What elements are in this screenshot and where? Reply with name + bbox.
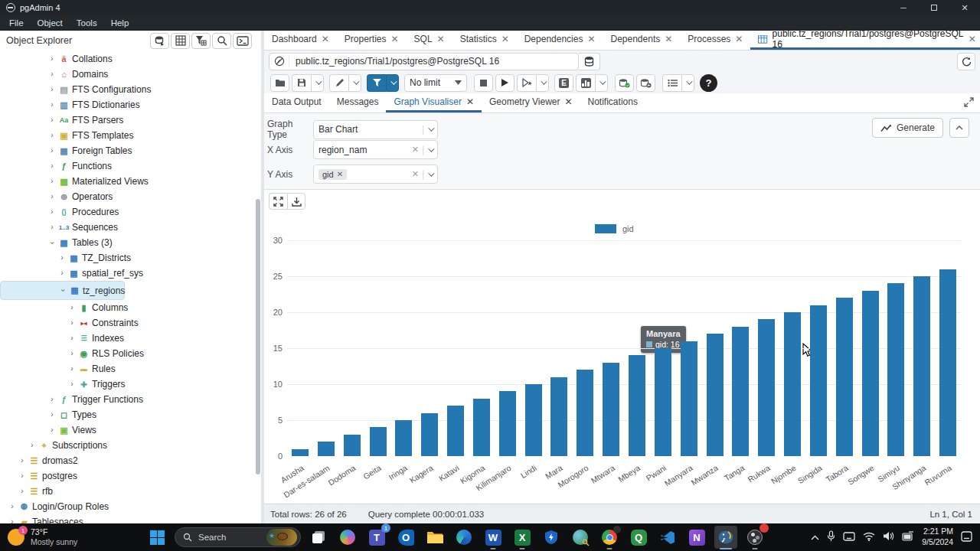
search-box[interactable]: Search ★ [175,527,301,547]
chevron-right-icon[interactable]: › [47,207,57,216]
x-axis-clear-icon[interactable]: ✕ [412,145,419,155]
tree-item-triggers[interactable]: ›✚Triggers [0,377,255,392]
copilot-icon[interactable] [336,526,359,549]
filter-table-icon[interactable] [191,33,211,49]
collapse-controls-button[interactable] [949,118,969,138]
x-axis-select[interactable]: region_nam ✕ | [313,140,438,159]
tree-item-views[interactable]: ›▣Views [0,422,255,438]
bar-dar-es-salaam[interactable] [318,442,335,456]
bar-shinyanga[interactable] [913,276,930,456]
bar-arusha[interactable] [292,449,309,456]
bar-katavi[interactable] [447,406,464,456]
chevron-right-icon[interactable]: › [67,303,77,311]
bar-songwe[interactable] [862,291,879,456]
y-axis-select[interactable]: gid✕ ✕ | [313,165,438,184]
chevron-right-icon[interactable]: › [47,161,57,170]
menu-object[interactable]: Object [31,17,69,29]
bar-iringa[interactable] [395,420,412,456]
chevron-right-icon[interactable]: › [18,487,27,495]
chevron-right-icon[interactable]: › [47,131,57,139]
download-chart-icon[interactable] [287,193,305,210]
tree-item-fts-parsers[interactable]: ›AaFTS Parsers [0,112,255,128]
weather-widget[interactable]: 1 73°FMostly sunny [0,527,145,547]
chevron-right-icon[interactable]: › [57,253,67,262]
bar-singida[interactable] [810,305,827,456]
word-icon[interactable]: W [482,526,505,549]
start-button[interactable] [145,526,168,549]
obs-icon[interactable] [743,526,766,549]
tree-item-tables-3[interactable]: ›▦Tables (3) [0,235,255,250]
chevron-right-icon[interactable]: › [67,334,77,342]
tray-expand-icon[interactable] [811,532,819,543]
tree-item-materialized-views[interactable]: ›▩Materialized Views [0,174,255,189]
execute-options-button[interactable] [517,74,536,92]
minimize-button[interactable]: ─ [888,3,919,13]
tree-item-operators[interactable]: ›⊕Operators [0,189,255,204]
bar-mtwara[interactable] [603,363,619,456]
globe-search-app-icon[interactable] [569,526,592,549]
explain-analyze-button[interactable] [576,74,595,92]
tab-close-icon[interactable]: ✕ [501,34,509,44]
chevron-right-icon[interactable]: › [47,223,57,231]
tree-item-columns[interactable]: ›▮Columns [0,300,255,315]
edit-button[interactable] [329,74,348,92]
microphone-icon[interactable] [827,530,835,544]
outlook-icon[interactable]: O [394,526,417,549]
chevron-right-icon[interactable]: › [47,116,57,124]
excel-icon[interactable]: X [511,526,534,549]
tree-item-subscriptions[interactable]: ›⌖Subscriptions [0,438,255,453]
battery-icon[interactable] [902,531,914,543]
tree-item-tablespaces[interactable]: ›▰Tablespaces [0,514,255,523]
tree-item-rfb[interactable]: ›☰rfb [0,484,255,499]
tree-item-spatial-ref-sys[interactable]: ›▦spatial_ref_sys [0,266,255,281]
execute-chevron[interactable] [536,74,549,92]
tab-close-icon[interactable]: ✕ [969,34,976,44]
table-grid-icon[interactable] [171,33,190,49]
chevron-right-icon[interactable]: › [47,70,57,78]
vscode-icon[interactable] [656,526,679,549]
bar-mara[interactable] [550,377,567,456]
bar-ruvuma[interactable] [939,269,956,456]
bar-tanga[interactable] [732,327,749,456]
chip-remove-icon[interactable]: ✕ [337,170,343,178]
filter-button[interactable] [367,74,386,92]
chevron-right-icon[interactable]: › [18,456,27,465]
result-tab-geometry-viewer[interactable]: Geometry Viewer✕ [482,93,580,112]
search-icon[interactable] [212,33,231,49]
chevron-right-icon[interactable]: › [47,100,57,109]
chevron-right-icon[interactable]: › [47,425,57,434]
save-button[interactable] [292,74,311,92]
chevron-right-icon[interactable]: › [47,85,57,93]
save-options-chevron[interactable] [311,74,324,92]
panel-collapse-icon[interactable] [964,97,974,109]
database-list-icon[interactable] [579,53,600,70]
chevron-right-icon[interactable]: › [8,502,17,510]
tab-processes[interactable]: Processes✕ [680,31,750,50]
tree-item-procedures[interactable]: ›()Procedures [0,204,255,220]
tree-item-dromas2[interactable]: ›☰dromas2 [0,453,255,468]
y-axis-chip[interactable]: gid✕ [318,169,347,180]
tree-item-functions[interactable]: ›ƒFunctions [0,158,255,174]
close-button[interactable]: ✕ [949,3,980,13]
task-view-icon[interactable] [307,526,330,549]
result-tab-close-icon[interactable]: ✕ [564,96,572,107]
bar-tabora[interactable] [836,298,853,456]
chevron-down-icon[interactable]: › [48,238,57,247]
bar-kilimanjaro[interactable] [499,391,516,456]
tree-item-foreign-tables[interactable]: ›▦Foreign Tables [0,143,255,158]
connection-status[interactable]: public.tz_regions/Trial1/postgres@Postgr… [269,53,579,70]
chevron-right-icon[interactable]: › [47,410,57,419]
result-tab-messages[interactable]: Messages [329,93,387,112]
tab-properties[interactable]: Properties✕ [337,31,407,50]
help-button[interactable]: ? [700,74,717,92]
purple-n-app-icon[interactable]: N [685,526,708,549]
tab-sql[interactable]: SQL✕ [407,31,452,50]
macros-button[interactable] [662,74,681,92]
menu-file[interactable]: File [3,17,30,29]
chevron-right-icon[interactable]: › [47,395,57,403]
tab-close-icon[interactable]: ✕ [322,34,329,44]
teams-icon[interactable]: T1 [365,526,388,549]
bar-mwanza[interactable] [707,334,724,456]
tree-item-rls-policies[interactable]: ›◉RLS Policies [0,346,255,361]
tree-item-postgres[interactable]: ›☰postgres [0,468,255,484]
